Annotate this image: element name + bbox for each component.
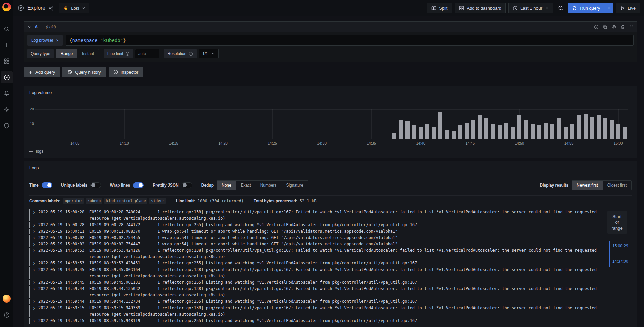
log-row[interactable]: ❯2022-05-19 14:59:53I0519 08:59:53.42345… [29, 260, 600, 267]
log-message: E0519 09:00:02.754447 1 wrap.go:54] time… [89, 241, 600, 247]
dedup-option-none[interactable]: None [217, 181, 236, 190]
volume-bar [484, 118, 488, 139]
configuration-gear-icon[interactable] [1, 104, 13, 116]
expand-row-icon[interactable]: ❯ [33, 298, 38, 305]
expand-row-icon[interactable]: ❯ [33, 267, 38, 279]
toggle-time[interactable] [42, 182, 52, 188]
expand-row-icon[interactable]: ❯ [33, 260, 38, 267]
expand-row-icon[interactable]: ❯ [33, 305, 38, 318]
log-level-bar [29, 267, 30, 279]
alerting-bell-icon[interactable] [1, 87, 13, 99]
log-row[interactable]: ❯2022-05-19 14:59:44E0519 08:59:44.13503… [29, 286, 600, 298]
legend-series-label[interactable]: logs [36, 149, 43, 154]
dashboard-grid-icon [459, 6, 464, 11]
chevron-down-icon [82, 6, 86, 10]
volume-bar [577, 115, 581, 139]
inspector-button[interactable]: Inspector [109, 67, 143, 77]
datasource-picker[interactable]: Loki [59, 3, 89, 13]
drag-handle-icon[interactable] [629, 25, 634, 29]
expand-row-icon[interactable]: ❯ [33, 247, 38, 260]
toggle-knob [183, 183, 187, 187]
expand-row-icon[interactable]: ❯ [33, 209, 38, 222]
log-row[interactable]: ❯2022-05-19 15:00:02E0519 09:00:02.75444… [29, 241, 600, 247]
gridline-x [272, 109, 273, 139]
x-axis-tick-label: 15:00 [611, 141, 626, 145]
log-row[interactable]: ❯2022-05-19 15:00:28E0519 09:00:28.74802… [29, 209, 600, 222]
query-help-icon[interactable] [594, 25, 599, 29]
query-history-button[interactable]: Query history [62, 67, 105, 77]
expand-row-icon[interactable]: ❯ [33, 279, 38, 286]
volume-bar [425, 124, 429, 139]
log-level-bar [29, 209, 30, 221]
run-query-main[interactable]: Run query [568, 6, 604, 11]
user-avatar[interactable] [1, 293, 13, 305]
log-row[interactable]: ❯2022-05-19 14:59:15I0519 08:59:15.94811… [29, 318, 600, 324]
disable-query-eye-icon[interactable] [611, 24, 616, 29]
collapse-chevron-icon[interactable] [27, 25, 31, 29]
remove-query-trash-icon[interactable] [620, 25, 625, 29]
log-row[interactable]: ❯2022-05-19 14:59:53E0519 08:59:53.42412… [29, 247, 600, 260]
line-limit-input[interactable] [135, 49, 159, 58]
run-query-dropdown[interactable] [604, 3, 613, 13]
dedup-option-numbers[interactable]: Numbers [256, 181, 282, 190]
time-range-picker[interactable]: Last 1 hour [508, 3, 553, 13]
query-field-row: Log browser {namespace="kubedb"} [24, 32, 637, 47]
toggle-prettify-json[interactable] [182, 182, 192, 188]
share-icon[interactable] [49, 6, 54, 11]
logql-query-input[interactable]: {namespace="kubedb"} [66, 35, 634, 46]
query-options-row: Query type RangeInstant Line limit Resol… [24, 47, 637, 62]
plus-icon [28, 70, 33, 74]
toggle-label-prettify-json: Prettify JSON [153, 183, 178, 188]
toggle-unique-labels[interactable] [90, 182, 101, 188]
run-query-button[interactable]: Run query [568, 3, 613, 13]
query-row-header[interactable]: A (Loki) [24, 22, 637, 32]
play-icon [620, 6, 625, 10]
duplicate-query-icon[interactable] [603, 25, 607, 29]
zoom-out-time-icon[interactable] [556, 3, 565, 13]
add-to-dashboard-button[interactable]: Add to dashboard [455, 3, 506, 13]
expand-row-icon[interactable]: ❯ [33, 235, 38, 241]
query-type-label: Query type [27, 49, 54, 58]
log-volume-panel: Log volume 102014:0514:1014:1514:2014:25… [24, 86, 637, 158]
range-indicator[interactable]: 15:00:29 – 14:37:00 [609, 241, 628, 267]
query-type-option-range[interactable]: Range [56, 49, 77, 58]
expand-row-icon[interactable]: ❯ [33, 318, 38, 324]
log-row[interactable]: ❯2022-05-19 14:59:15E0519 08:59:15.94933… [29, 305, 600, 318]
log-browser-button[interactable]: Log browser [27, 35, 63, 46]
log-row[interactable]: ❯2022-05-19 15:00:11E0519 09:00:11.08837… [29, 228, 600, 235]
expand-row-icon[interactable]: ❯ [33, 241, 38, 247]
log-row[interactable]: ❯2022-05-19 14:59:45I0519 08:59:45.00113… [29, 279, 600, 286]
log-row[interactable]: ❯2022-05-19 14:59:44I0519 08:59:44.13273… [29, 298, 600, 305]
log-row[interactable]: ❯2022-05-19 15:00:02E0519 09:00:02.75445… [29, 235, 600, 241]
start-of-range-button[interactable]: Startofrange [607, 211, 627, 234]
expand-row-icon[interactable]: ❯ [33, 286, 38, 298]
dashboards-icon[interactable] [1, 55, 13, 67]
volume-bar [471, 120, 475, 139]
query-actions: Add query Query history Inspector [24, 67, 637, 77]
split-button[interactable]: Split [427, 3, 452, 13]
grafana-logo[interactable] [2, 3, 11, 11]
help-icon[interactable] [1, 309, 13, 321]
gridline-x [371, 109, 372, 139]
display-results-option-oldest-first[interactable]: Oldest first [603, 181, 631, 190]
common-label-chip: kubedb [86, 198, 102, 204]
expand-row-icon[interactable]: ❯ [33, 228, 38, 235]
live-button[interactable]: Live [616, 3, 640, 13]
dedup-option-exact[interactable]: Exact [236, 181, 256, 190]
create-plus-icon[interactable] [1, 39, 13, 51]
toggle-wrap-lines[interactable] [133, 182, 144, 188]
dedup-option-signature[interactable]: Signature [281, 181, 308, 190]
volume-bar [498, 125, 502, 139]
search-menu-icon[interactable] [1, 23, 13, 35]
display-results-option-newest-first[interactable]: Newest first [572, 181, 603, 190]
add-query-button[interactable]: Add query [24, 67, 60, 77]
query-type-option-instant[interactable]: Instant [77, 49, 99, 58]
log-row[interactable]: ❯2022-05-19 14:59:45E0519 08:59:45.00316… [29, 267, 600, 279]
expand-row-icon[interactable]: ❯ [33, 222, 38, 228]
x-axis-tick-label: 14:50 [512, 141, 527, 145]
explore-compass-icon[interactable] [1, 71, 13, 83]
log-row[interactable]: ❯2022-05-19 15:00:28I0519 09:00:28.74417… [29, 222, 600, 228]
resolution-select[interactable]: 1/1 [199, 49, 219, 58]
admin-shield-icon[interactable] [1, 120, 13, 132]
log-message: I0519 09:00:28.744172 1 reflector.go:255… [89, 222, 600, 228]
